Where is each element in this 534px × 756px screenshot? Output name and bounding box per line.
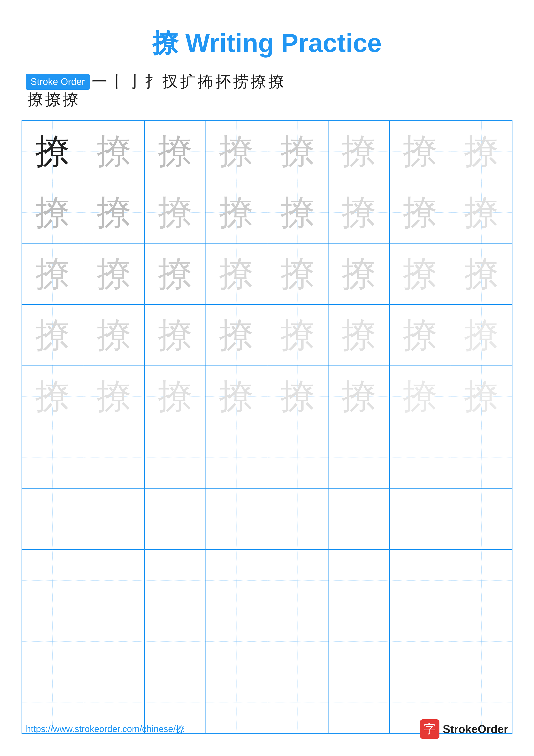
grid-cell-5-1: 撩 — [22, 366, 83, 427]
char-2-2: 撩 — [97, 195, 131, 230]
page-title: 撩 Writing Practice — [0, 0, 534, 74]
char-2-4: 撩 — [219, 195, 254, 230]
grid-cell-8-4[interactable] — [206, 550, 267, 611]
stroke-order-row: Stroke Order 一 丨 亅 扌 扠 扩 抪 抔 捞 撩 撩 — [26, 74, 508, 90]
grid-cell-6-1[interactable] — [22, 427, 83, 488]
grid-cell-3-1: 撩 — [22, 243, 83, 305]
char-2-6: 撩 — [342, 195, 376, 230]
char-4-3: 撩 — [158, 318, 192, 352]
grid-cell-1-5: 撩 — [267, 121, 328, 182]
char-5-2: 撩 — [97, 379, 131, 414]
grid-cell-4-5: 撩 — [267, 305, 328, 366]
char-2-5: 撩 — [280, 195, 315, 230]
grid-cell-3-8: 撩 — [451, 243, 512, 305]
grid-cell-3-6: 撩 — [328, 243, 390, 305]
grid-cell-9-4[interactable] — [206, 611, 267, 672]
grid-cell-8-3[interactable] — [144, 550, 206, 611]
grid-cell-7-8[interactable] — [451, 488, 512, 550]
practice-grid: 撩 撩 撩 撩 撩 撩 撩 撩 撩 撩 撩 撩 撩 撩 撩 撩 撩 撩 撩 撩 … — [21, 120, 513, 734]
grid-cell-6-7[interactable] — [390, 427, 451, 488]
grid-cell-4-3: 撩 — [144, 305, 206, 366]
grid-cell-8-6[interactable] — [328, 550, 390, 611]
footer-logo: 字 StrokeOrder — [420, 719, 508, 739]
grid-cell-4-6: 撩 — [328, 305, 390, 366]
char-1-8: 撩 — [464, 134, 499, 169]
grid-cell-9-2[interactable] — [83, 611, 144, 672]
char-4-7: 撩 — [403, 318, 437, 352]
char-4-4: 撩 — [219, 318, 254, 352]
title-char: 撩 — [152, 28, 178, 57]
title-text: Writing Practice — [178, 28, 382, 57]
grid-cell-9-3[interactable] — [144, 611, 206, 672]
grid-cell-6-6[interactable] — [328, 427, 390, 488]
grid-row-9 — [22, 611, 512, 672]
stroke-3: 亅 — [127, 74, 142, 90]
grid-cell-6-5[interactable] — [267, 427, 328, 488]
char-3-1: 撩 — [35, 257, 70, 291]
practice-grid-container: 撩 撩 撩 撩 撩 撩 撩 撩 撩 撩 撩 撩 撩 撩 撩 撩 撩 撩 撩 撩 … — [0, 120, 534, 734]
grid-cell-8-2[interactable] — [83, 550, 144, 611]
logo-char: 字 — [424, 721, 436, 737]
grid-cell-8-1[interactable] — [22, 550, 83, 611]
char-2-7: 撩 — [403, 195, 437, 230]
stroke-13: 撩 — [45, 92, 61, 107]
grid-row-3: 撩 撩 撩 撩 撩 撩 撩 撩 — [22, 243, 512, 305]
grid-cell-5-6: 撩 — [328, 366, 390, 427]
grid-cell-5-4: 撩 — [206, 366, 267, 427]
char-3-8: 撩 — [464, 257, 499, 291]
grid-cell-1-2: 撩 — [83, 121, 144, 182]
grid-cell-6-8[interactable] — [451, 427, 512, 488]
char-1-2: 撩 — [97, 134, 131, 169]
char-5-3: 撩 — [158, 379, 192, 414]
grid-cell-8-8[interactable] — [451, 550, 512, 611]
grid-cell-2-5: 撩 — [267, 182, 328, 243]
grid-cell-6-4[interactable] — [206, 427, 267, 488]
char-5-1: 撩 — [35, 379, 70, 414]
char-1-6: 撩 — [342, 134, 376, 169]
stroke-12: 撩 — [28, 92, 43, 107]
grid-cell-9-5[interactable] — [267, 611, 328, 672]
grid-cell-8-5[interactable] — [267, 550, 328, 611]
grid-cell-9-6[interactable] — [328, 611, 390, 672]
grid-cell-7-3[interactable] — [144, 488, 206, 550]
grid-row-7 — [22, 488, 512, 550]
grid-cell-3-7: 撩 — [390, 243, 451, 305]
grid-cell-7-5[interactable] — [267, 488, 328, 550]
stroke-2: 丨 — [110, 74, 125, 90]
grid-row-8 — [22, 550, 512, 611]
grid-cell-7-2[interactable] — [83, 488, 144, 550]
grid-cell-5-2: 撩 — [83, 366, 144, 427]
stroke-5: 扠 — [163, 74, 178, 90]
grid-row-6 — [22, 427, 512, 488]
grid-cell-4-1: 撩 — [22, 305, 83, 366]
grid-cell-7-1[interactable] — [22, 488, 83, 550]
char-4-1: 撩 — [35, 318, 70, 352]
grid-cell-1-3: 撩 — [144, 121, 206, 182]
grid-cell-7-7[interactable] — [390, 488, 451, 550]
grid-cell-6-3[interactable] — [144, 427, 206, 488]
char-3-4: 撩 — [219, 257, 254, 291]
grid-cell-9-8[interactable] — [451, 611, 512, 672]
grid-row-5: 撩 撩 撩 撩 撩 撩 撩 撩 — [22, 366, 512, 427]
footer: https://www.strokeorder.com/chinese/撩 字 … — [0, 719, 534, 739]
grid-cell-5-7: 撩 — [390, 366, 451, 427]
char-2-1: 撩 — [35, 195, 70, 230]
char-2-8: 撩 — [464, 195, 499, 230]
char-5-8: 撩 — [464, 379, 499, 414]
stroke-8: 抔 — [216, 74, 231, 90]
grid-cell-8-7[interactable] — [390, 550, 451, 611]
grid-cell-1-4: 撩 — [206, 121, 267, 182]
grid-cell-2-6: 撩 — [328, 182, 390, 243]
stroke-11: 撩 — [268, 74, 284, 90]
stroke-6: 扩 — [180, 74, 195, 90]
char-3-2: 撩 — [97, 257, 131, 291]
grid-cell-6-2[interactable] — [83, 427, 144, 488]
grid-cell-9-1[interactable] — [22, 611, 83, 672]
grid-cell-9-7[interactable] — [390, 611, 451, 672]
grid-cell-4-8: 撩 — [451, 305, 512, 366]
grid-cell-7-4[interactable] — [206, 488, 267, 550]
grid-cell-2-8: 撩 — [451, 182, 512, 243]
char-3-3: 撩 — [158, 257, 192, 291]
char-1-1: 撩 — [35, 134, 70, 169]
grid-cell-7-6[interactable] — [328, 488, 390, 550]
